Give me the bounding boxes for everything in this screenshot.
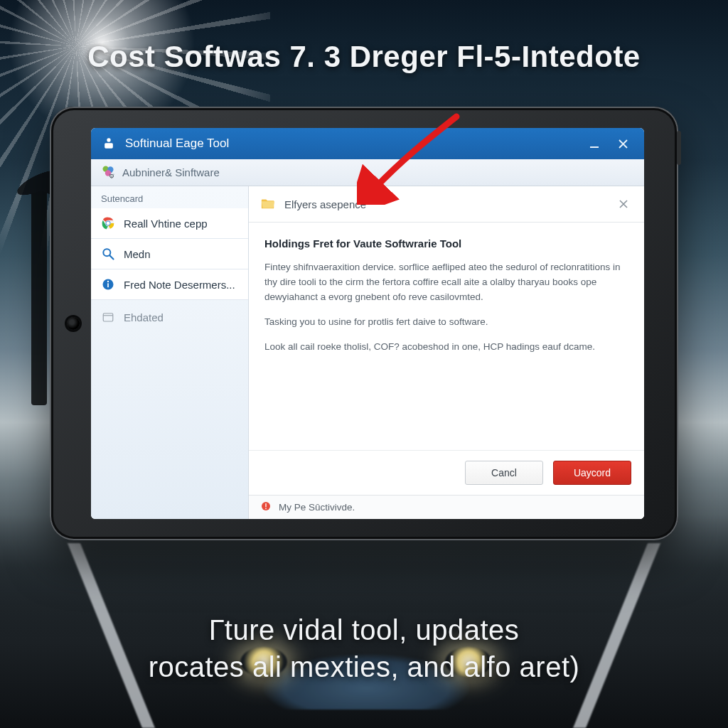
sidebar-item-medn[interactable]: Medn [91, 239, 248, 269]
sidebar-item-label: Ehdated [124, 311, 164, 323]
sidebar: Sutencard Reall Vhtine cepp Medn [91, 186, 249, 519]
overlay-subline: Гture vidal tool, updates rocates ali me… [0, 611, 728, 685]
button-row: Cancl Uaycord [249, 450, 644, 495]
toolbar: Aubniner& Sinftware [91, 159, 644, 186]
folder-icon [260, 196, 276, 213]
svg-point-13 [107, 281, 109, 282]
tablet-frame: Softinual Eage Tool [50, 107, 678, 540]
content-panel: Elfyers asepence Holdings Fret for Vaute… [249, 186, 644, 519]
window-minimize-button[interactable] [580, 128, 609, 159]
svg-rect-2 [590, 146, 599, 148]
tablet-camera [67, 317, 80, 330]
toolbar-label: Aubniner& Sinftware [122, 166, 220, 178]
cancel-button[interactable]: Cancl [465, 461, 543, 485]
svg-rect-1 [105, 143, 113, 149]
app-icon [101, 136, 117, 151]
sidebar-item-label: Medn [124, 248, 151, 260]
panel-header-title: Elfyers asepence [284, 198, 366, 210]
svg-rect-17 [265, 503, 266, 507]
window-title: Softinual Eage Tool [125, 136, 229, 151]
info-icon [101, 277, 115, 291]
window-titlebar[interactable]: Softinual Eage Tool [91, 128, 644, 159]
primary-action-button[interactable]: Uaycord [553, 461, 631, 485]
shield-warn-icon [260, 500, 272, 514]
scene-background: Cost Softwas 7. 3 Dreger Fl-5-Intedote Г… [0, 0, 728, 728]
overlay-subline-2: rocates ali mexties, and alfo aret) [149, 651, 580, 682]
tablet-power-button [677, 131, 681, 165]
panel-paragraph: Tasking you to usine for protlis fert da… [264, 315, 628, 330]
sidebar-item-label: Fred Note Desermers... [124, 279, 235, 291]
panel-close-button[interactable] [614, 195, 633, 213]
sidebar-section-label: Sutencard [91, 188, 248, 208]
date-icon [101, 310, 115, 324]
sidebar-item-label: Reall Vhtine cepp [124, 218, 208, 230]
svg-line-10 [110, 256, 114, 259]
svg-rect-12 [107, 283, 109, 287]
panel-paragraph: Look all cail roeke tholisl, COF? acobes… [264, 340, 628, 355]
overlay-headline: Cost Softwas 7. 3 Dreger Fl-5-Intedote [0, 40, 728, 74]
sidebar-item-fred-note[interactable]: Fred Note Desermers... [91, 269, 248, 300]
app-window: Softinual Eage Tool [91, 128, 644, 519]
overlay-subline-1: Гture vidal tool, updates [209, 614, 520, 646]
status-bar: My Pe Sûctivivde. [249, 495, 644, 519]
toolbar-icon [101, 164, 115, 181]
status-text: My Pe Sûctivivde. [279, 502, 355, 513]
chrome-icon [101, 216, 115, 230]
svg-point-18 [265, 508, 267, 509]
sidebar-item-reall-vhtine[interactable]: Reall Vhtine cepp [91, 208, 248, 239]
magnifier-icon [101, 247, 115, 261]
window-close-button[interactable] [609, 128, 637, 159]
panel-body: Holdings Fret for Vaute Softwrarie Tool … [249, 223, 644, 450]
palm-silhouette [31, 178, 47, 405]
panel-title: Holdings Fret for Vaute Softwrarie Tool [264, 235, 628, 252]
panel-paragraph: Fintey shifnvaeraxition dervice. sorflic… [264, 260, 628, 305]
panel-header: Elfyers asepence [249, 186, 644, 223]
sidebar-item-ehdated[interactable]: Ehdated [91, 300, 248, 332]
tablet-screen: Softinual Eage Tool [91, 128, 644, 519]
svg-point-0 [107, 138, 110, 141]
svg-point-8 [107, 222, 110, 225]
svg-rect-14 [103, 314, 113, 321]
